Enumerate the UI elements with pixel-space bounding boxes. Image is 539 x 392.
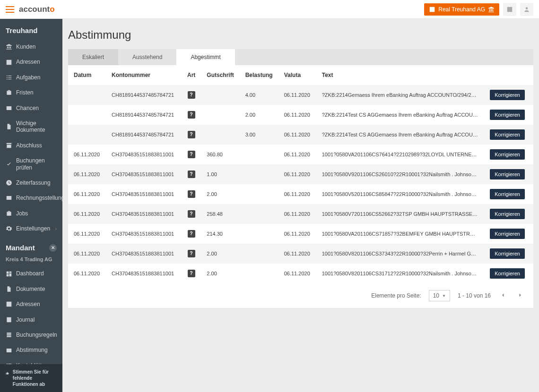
col-belastung[interactable]: Belastung xyxy=(240,65,278,85)
mandant-name: Kreis 4 Trading AG xyxy=(0,256,62,266)
chevron-right-icon xyxy=(517,292,523,298)
cell-valuta: 06.11.2020 xyxy=(278,145,316,164)
contact-icon xyxy=(429,6,435,13)
tab-eskaliert[interactable]: Eskaliert xyxy=(68,49,118,65)
sidebar-item-aufgaben[interactable]: Aufgaben xyxy=(0,70,62,85)
col-valuta[interactable]: Valuta xyxy=(278,65,316,85)
korrigieren-button[interactable]: Korrigieren xyxy=(490,229,525,239)
cell-text: ?ZKB:2214Test CS AGGemaess Ihrem eBankin… xyxy=(316,125,484,145)
sidebar-item-adressen[interactable]: Adressen xyxy=(0,54,62,69)
art-badge: ? xyxy=(188,170,195,178)
card-icon xyxy=(6,105,12,111)
cell-konto: CH3704835151883811001 xyxy=(106,204,182,224)
korrigieren-button[interactable]: Korrigieren xyxy=(490,189,525,199)
bank-icon xyxy=(488,6,495,13)
cell-datum: 06.11.2020 xyxy=(68,224,106,244)
cell-gutschrift: 2.00 xyxy=(201,264,239,283)
cell-gutschrift xyxy=(201,125,239,145)
table-row: CH8189144537485784721 ? 4.00 06.11.2020 … xyxy=(68,85,533,105)
cell-art: ? xyxy=(182,105,201,125)
close-mandant-icon[interactable]: ✕ xyxy=(49,244,57,252)
cell-belastung xyxy=(240,244,278,264)
art-badge: ? xyxy=(188,270,195,277)
sidebar-item-journal[interactable]: Journal xyxy=(0,312,62,317)
sidebar-item-fristen[interactable]: Fristen xyxy=(0,85,62,100)
sidebar-item-rechnungsstellung[interactable]: Rechnungsstellung xyxy=(0,190,62,205)
help-button[interactable] xyxy=(503,3,516,16)
cell-belastung xyxy=(240,145,278,164)
col-datum[interactable]: Datum xyxy=(68,65,106,85)
user-icon xyxy=(523,6,530,13)
col-art[interactable]: Art xyxy=(182,65,201,85)
table-row: 06.11.2020 CH3704835151883811001 ? 1.00 … xyxy=(68,164,533,184)
help-icon xyxy=(506,6,513,13)
sidebar-item-einstellungen[interactable]: Einstellungen› xyxy=(0,221,62,236)
tab-abgestimmt[interactable]: Abgestimmt xyxy=(176,49,235,65)
check-icon xyxy=(6,161,12,168)
korrigieren-button[interactable]: Korrigieren xyxy=(490,90,525,100)
cell-gutschrift: 1.00 xyxy=(201,164,239,184)
cell-text: 1001?0580VA201106CS71857?32BEMFEY GMBH H… xyxy=(316,224,484,244)
cell-valuta: 06.11.2020 xyxy=(278,224,316,244)
cell-konto: CH8189144537485784721 xyxy=(106,85,182,105)
korrigieren-button[interactable]: Korrigieren xyxy=(490,268,525,279)
next-page-button[interactable] xyxy=(515,290,525,301)
user-menu-button[interactable] xyxy=(520,3,533,16)
cell-art: ? xyxy=(182,125,201,145)
gear-icon xyxy=(6,225,12,232)
sidebar-item-dokumente[interactable]: Dokumente xyxy=(0,281,62,297)
cell-konto: CH8189144537485784721 xyxy=(106,105,182,125)
art-badge: ? xyxy=(188,91,195,99)
contact-icon xyxy=(6,59,12,66)
sidebar-item-chancen[interactable]: Chancen xyxy=(0,101,62,116)
col-konto[interactable]: Kontonummer xyxy=(106,65,182,85)
cell-art: ? xyxy=(182,244,201,264)
bank-icon xyxy=(6,43,12,50)
page-size-select[interactable]: 10 ▼ xyxy=(429,290,450,301)
table-row: 06.11.2020 CH3704835151883811001 ? 214.3… xyxy=(68,224,533,244)
korrigieren-button[interactable]: Korrigieren xyxy=(490,149,525,160)
cell-valuta: 06.11.2020 xyxy=(278,244,316,264)
korrigieren-button[interactable]: Korrigieren xyxy=(490,110,525,120)
cell-valuta: 06.11.2020 xyxy=(278,204,316,224)
art-badge: ? xyxy=(188,151,195,158)
sidebar-item-adressen[interactable]: Adressen xyxy=(0,297,62,312)
cell-konto: CH3704835151883811001 xyxy=(106,264,182,283)
cell-datum: 06.11.2020 xyxy=(68,204,106,224)
cell-art: ? xyxy=(182,224,201,244)
col-text[interactable]: Text xyxy=(316,65,484,85)
organization-button[interactable]: Real Treuhand AG xyxy=(424,3,499,16)
cell-gutschrift: 2.00 xyxy=(201,184,239,204)
art-badge: ? xyxy=(188,210,195,218)
korrigieren-button[interactable]: Korrigieren xyxy=(490,209,525,219)
file-icon xyxy=(6,123,12,130)
korrigieren-button[interactable]: Korrigieren xyxy=(490,129,525,140)
korrigieren-button[interactable]: Korrigieren xyxy=(490,169,525,179)
page-range: 1 - 10 von 16 xyxy=(458,292,491,299)
sidebar-item-abschluss[interactable]: Abschluss xyxy=(0,138,62,153)
briefcase-icon xyxy=(6,89,12,96)
sidebar-item-zeiterfassung[interactable]: Zeiterfassung xyxy=(0,175,62,190)
cell-valuta: 06.11.2020 xyxy=(278,125,316,145)
col-gutschrift[interactable]: Gutschrift xyxy=(201,65,239,85)
cell-datum xyxy=(68,85,106,105)
cell-gutschrift xyxy=(201,105,239,125)
cell-konto: CH3704835151883811001 xyxy=(106,184,182,204)
cell-valuta: 06.11.2020 xyxy=(278,105,316,125)
sidebar-item-kunden[interactable]: Kunden xyxy=(0,39,62,54)
korrigieren-button[interactable]: Korrigieren xyxy=(490,248,525,259)
table-row: 06.11.2020 CH3704835151883811001 ? 2.00 … xyxy=(68,264,533,283)
hamburger-icon[interactable] xyxy=(6,6,14,13)
sidebar-item-wichige-dokumente[interactable]: Wichige Dokumente xyxy=(0,116,62,138)
contact-icon xyxy=(6,301,12,307)
cell-valuta: 06.11.2020 xyxy=(278,85,316,105)
cell-text: 1001?0580V8201106CS37343?22R10000?32Perr… xyxy=(316,244,484,264)
sidebar-item-buchungen-pr-fen[interactable]: Buchungen prüfen xyxy=(0,153,62,175)
sidebar-item-dashboard[interactable]: Dashboard xyxy=(0,266,62,281)
cell-konto: CH8189144537485784721 xyxy=(106,125,182,145)
sidebar: Treuhand KundenAdressenAufgabenFristenCh… xyxy=(0,19,62,317)
table-row: CH8189144537485784721 ? 2.00 06.11.2020 … xyxy=(68,105,533,125)
tab-ausstehend[interactable]: Ausstehend xyxy=(118,49,176,65)
sidebar-item-jobs[interactable]: Jobs xyxy=(0,206,62,221)
prev-page-button[interactable] xyxy=(498,290,508,301)
